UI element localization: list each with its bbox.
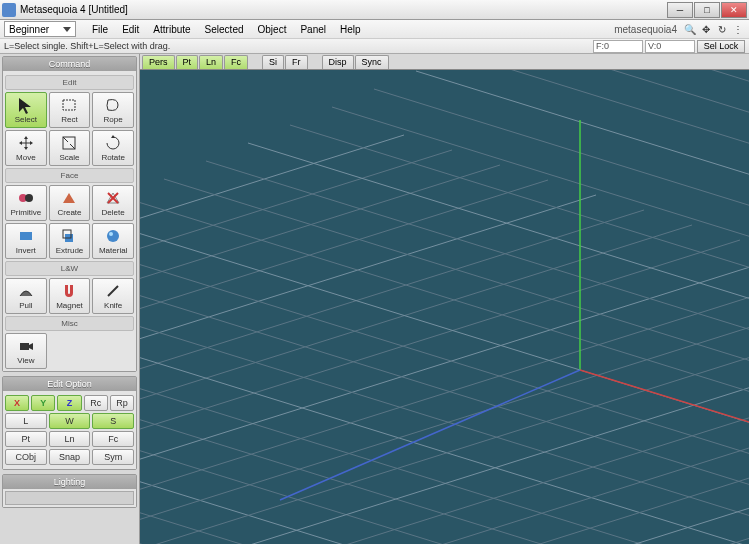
lighting-panel: Lighting bbox=[2, 474, 137, 508]
opt-cobj[interactable]: CObj bbox=[5, 449, 47, 465]
tab-pt[interactable]: Pt bbox=[176, 55, 199, 69]
tool-primitive[interactable]: Primitive bbox=[5, 185, 47, 221]
opt-y[interactable]: Y bbox=[31, 395, 55, 411]
tab-fr[interactable]: Fr bbox=[285, 55, 308, 69]
svg-line-46 bbox=[206, 161, 749, 471]
window-title: Metasequoia 4 [Untitled] bbox=[20, 4, 667, 15]
edit-option-panel: Edit Option XYZRcRpLWSPtLnFcCObjSnapSym bbox=[2, 376, 137, 470]
opt-rp[interactable]: Rp bbox=[110, 395, 134, 411]
move-icon bbox=[17, 134, 35, 152]
opt-fc[interactable]: Fc bbox=[92, 431, 134, 447]
tool-label: Primitive bbox=[10, 208, 41, 217]
tool-material[interactable]: Material bbox=[92, 223, 134, 259]
titlebar: Metasequoia 4 [Untitled] ─ □ ✕ bbox=[0, 0, 749, 20]
svg-line-31 bbox=[140, 255, 749, 544]
svg-line-17 bbox=[140, 150, 452, 465]
tool-scale[interactable]: Scale bbox=[49, 130, 91, 166]
tool-rect[interactable]: Rect bbox=[49, 92, 91, 128]
tool-rotate[interactable]: Rotate bbox=[92, 130, 134, 166]
tab-disp[interactable]: Disp bbox=[322, 55, 354, 69]
svg-point-11 bbox=[107, 230, 119, 242]
face-count: F:0 bbox=[593, 40, 643, 53]
tool-view[interactable]: View bbox=[5, 333, 47, 369]
svg-line-63 bbox=[556, 495, 749, 544]
pull-icon bbox=[17, 282, 35, 300]
tool-rope[interactable]: Rope bbox=[92, 92, 134, 128]
svg-line-21 bbox=[140, 180, 548, 495]
menu-selected[interactable]: Selected bbox=[199, 22, 250, 37]
close-button[interactable]: ✕ bbox=[721, 2, 747, 18]
svg-rect-8 bbox=[20, 232, 32, 240]
tool-create[interactable]: Create bbox=[49, 185, 91, 221]
tool-label: Select bbox=[15, 115, 37, 124]
move-icon[interactable]: ✥ bbox=[699, 24, 713, 35]
more-icon[interactable]: ⋮ bbox=[731, 24, 745, 35]
tab-si[interactable]: Si bbox=[262, 55, 284, 69]
menu-edit[interactable]: Edit bbox=[116, 22, 145, 37]
opt-snap[interactable]: Snap bbox=[49, 449, 91, 465]
tab-pers[interactable]: Pers bbox=[142, 55, 175, 69]
opt-x[interactable]: X bbox=[5, 395, 29, 411]
tool-invert[interactable]: Invert bbox=[5, 223, 47, 259]
lighting-slider[interactable] bbox=[5, 491, 134, 505]
rotate-icon[interactable]: ↻ bbox=[715, 24, 729, 35]
svg-line-36 bbox=[140, 251, 749, 544]
chevron-down-icon bbox=[63, 27, 71, 32]
app-bar: Beginner FileEditAttributeSelectedObject… bbox=[0, 20, 749, 38]
tool-label: Invert bbox=[16, 246, 36, 255]
opt-w[interactable]: W bbox=[49, 413, 91, 429]
viewport[interactable]: PersPtLnFcSiFrDispSync bbox=[140, 54, 749, 544]
tool-pull[interactable]: Pull bbox=[5, 278, 47, 314]
opt-rc[interactable]: Rc bbox=[84, 395, 108, 411]
menu-help[interactable]: Help bbox=[334, 22, 367, 37]
opt-ln[interactable]: Ln bbox=[49, 431, 91, 447]
tool-select[interactable]: Select bbox=[5, 92, 47, 128]
opt-l[interactable]: L bbox=[5, 413, 47, 429]
opt-z[interactable]: Z bbox=[57, 395, 81, 411]
tool-label: Rect bbox=[61, 115, 77, 124]
hint-bar: L=Select single. Shift+L=Select with dra… bbox=[0, 38, 749, 54]
tool-label: Rope bbox=[104, 115, 123, 124]
tool-label: Rotate bbox=[101, 153, 125, 162]
extrude-icon bbox=[60, 227, 78, 245]
tool-extrude[interactable]: Extrude bbox=[49, 223, 91, 259]
material-icon bbox=[104, 227, 122, 245]
opt-pt[interactable]: Pt bbox=[5, 431, 47, 447]
tool-label: Pull bbox=[19, 301, 32, 310]
delete-icon bbox=[104, 189, 122, 207]
sel-lock-button[interactable]: Sel Lock bbox=[697, 40, 745, 53]
opt-sym[interactable]: Sym bbox=[92, 449, 134, 465]
maximize-button[interactable]: □ bbox=[694, 2, 720, 18]
search-icon[interactable]: 🔍 bbox=[683, 24, 697, 35]
tab-sync[interactable]: Sync bbox=[355, 55, 389, 69]
svg-line-41 bbox=[140, 330, 749, 544]
select-icon bbox=[17, 96, 35, 114]
minimize-button[interactable]: ─ bbox=[667, 2, 693, 18]
menu-attribute[interactable]: Attribute bbox=[147, 22, 196, 37]
tab-sep bbox=[249, 55, 261, 69]
tab-fc[interactable]: Fc bbox=[224, 55, 248, 69]
menu-object[interactable]: Object bbox=[252, 22, 293, 37]
invert-icon bbox=[17, 227, 35, 245]
tool-delete[interactable]: Delete bbox=[92, 185, 134, 221]
tool-label: Material bbox=[99, 246, 127, 255]
hint-text: L=Select single. Shift+L=Select with dra… bbox=[4, 41, 170, 51]
svg-line-32 bbox=[140, 287, 749, 544]
view-tabs: PersPtLnFcSiFrDispSync bbox=[140, 54, 749, 70]
menu-file[interactable]: File bbox=[86, 22, 114, 37]
magnet-icon bbox=[60, 282, 78, 300]
tool-magnet[interactable]: Magnet bbox=[49, 278, 91, 314]
tab-ln[interactable]: Ln bbox=[199, 55, 223, 69]
tool-label: Extrude bbox=[56, 246, 84, 255]
mode-label: Beginner bbox=[9, 24, 49, 35]
svg-rect-0 bbox=[63, 100, 75, 110]
mode-select[interactable]: Beginner bbox=[4, 21, 76, 37]
opt-s[interactable]: S bbox=[92, 413, 134, 429]
menu-bar: FileEditAttributeSelectedObjectPanelHelp bbox=[86, 22, 367, 37]
svg-line-66 bbox=[580, 370, 749, 450]
knife-icon bbox=[104, 282, 122, 300]
tool-knife[interactable]: Knife bbox=[92, 278, 134, 314]
tool-move[interactable]: Move bbox=[5, 130, 47, 166]
menu-panel[interactable]: Panel bbox=[294, 22, 332, 37]
tab-sep bbox=[309, 55, 321, 69]
